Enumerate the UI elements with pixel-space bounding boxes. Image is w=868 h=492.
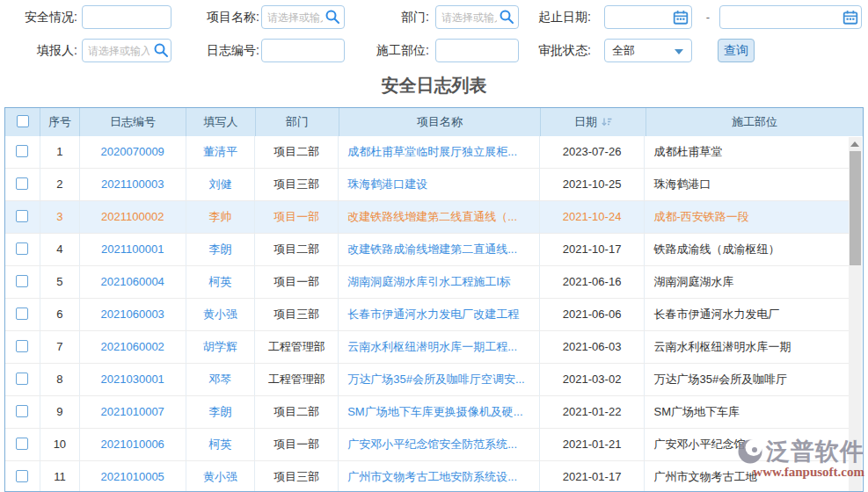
row-index: 2 [40,169,80,200]
project-link[interactable]: 成都杜甫草堂临时展厅独立展柜... [339,136,540,168]
row-checkbox[interactable] [16,275,28,287]
log-code-link[interactable]: 2021010005 [80,461,186,492]
table-body: 1 2020070009 董清平 项目二部 成都杜甫草堂临时展厅独立展柜... … [5,136,850,492]
table-row[interactable]: 7 2021060002 胡学辉 工程管理部 云南水利枢纽潜明水库一期工程...… [5,331,850,364]
row-checkbox[interactable] [16,438,28,450]
table-row[interactable]: 3 2021100002 李帅 项目一部 改建铁路线增建第二线直通线（... 2… [5,201,850,234]
table-header: 序号 日志编号 填写人 部门 项目名称 日期 施工部位 [5,108,863,136]
log-no-input[interactable] [261,39,345,62]
log-code-link[interactable]: 2021030001 [80,364,186,395]
search-icon[interactable] [325,9,340,25]
row-checkbox[interactable] [16,308,28,320]
row-checkbox-cell [5,266,40,298]
row-index: 3 [40,201,80,233]
project-link[interactable]: 长春市伊通河水力发电厂改建工程 [339,299,540,330]
row-index: 1 [40,136,80,168]
date-cell: 2021-10-24 [540,201,646,233]
log-code-link[interactable]: 2021100002 [80,201,186,233]
row-checkbox[interactable] [16,373,28,385]
writer-link[interactable]: 刘健 [186,169,256,200]
date-to-input[interactable] [719,5,862,29]
table-row[interactable]: 11 2021010005 黄小强 项目三部 广州市文物考古工地安防系统设...… [5,461,850,492]
row-checkbox-cell [5,299,40,330]
table-row[interactable]: 4 2021100001 李朗 项目二部 改建铁路成渝线增建第二直通线... 2… [5,234,850,266]
page-title: 安全日志列表 [0,74,868,98]
project-link[interactable]: 珠海鹤港口建设 [339,169,540,200]
log-code-link[interactable]: 2021060003 [80,299,186,330]
header-no: 序号 [40,108,80,136]
writer-link[interactable]: 李帅 [186,201,256,233]
project-link[interactable]: 湖南洞庭湖水库引水工程施工I标 [339,266,540,298]
log-code-link[interactable]: 2021010006 [80,429,186,460]
safety-log-table: 序号 日志编号 填写人 部门 项目名称 日期 施工部位 1 2020070009… [4,107,864,492]
table-row[interactable]: 1 2020070009 董清平 项目二部 成都杜甫草堂临时展厅独立展柜... … [5,136,850,169]
scrollbar-thumb[interactable] [850,151,861,265]
writer-link[interactable]: 李朗 [186,234,256,265]
approval-status-value: 全部 [612,44,635,57]
table-row[interactable]: 5 2021060004 柯英 项目一部 湖南洞庭湖水库引水工程施工I标 202… [5,266,850,299]
search-icon[interactable] [153,42,169,58]
table-row[interactable]: 6 2021060003 黄小强 项目三部 长春市伊通河水力发电厂改建工程 20… [5,299,850,331]
date-cell: 2021-03-02 [540,364,646,395]
row-index: 9 [40,396,80,428]
calendar-icon[interactable] [842,10,858,25]
project-link[interactable]: SM广场地下车库更换摄像机及硬... [339,396,540,428]
vertical-scrollbar[interactable] [849,137,862,491]
writer-link[interactable]: 李朗 [186,396,256,428]
row-checkbox-cell [5,429,40,460]
writer-link[interactable]: 柯英 [186,266,256,298]
row-checkbox[interactable] [16,210,28,222]
row-checkbox[interactable] [16,177,28,190]
header-date-sortable[interactable]: 日期 [541,108,646,136]
scroll-up-arrow-icon[interactable] [850,141,859,147]
writer-link[interactable]: 黄小强 [186,461,256,492]
row-index: 11 [40,461,80,492]
select-all-checkbox[interactable] [17,115,29,127]
log-code-link[interactable]: 2020070009 [80,136,186,168]
approval-status-select[interactable]: 全部 [604,39,692,62]
writer-link[interactable]: 黄小强 [186,299,256,330]
writer-link[interactable]: 邓琴 [186,364,256,395]
table-row[interactable]: 10 2021010006 柯英 项目一部 广安邓小平纪念馆安全防范系统... … [5,429,850,461]
writer-link[interactable]: 胡学辉 [186,331,256,363]
row-checkbox[interactable] [16,242,28,255]
calendar-icon[interactable] [673,10,689,25]
table-row[interactable]: 8 2021030001 邓琴 工程管理部 万达广场35#会所及咖啡厅空调安..… [5,364,850,396]
writer-link[interactable]: 柯英 [186,429,256,460]
log-code-link[interactable]: 2021060002 [80,331,186,363]
row-index: 5 [40,266,80,298]
project-link[interactable]: 改建铁路成渝线增建第二直通线... [339,234,540,265]
header-checkbox-cell [5,108,40,136]
part-cell: 广州市文物考古工地 [645,461,850,492]
dept-cell: 项目一部 [255,201,339,233]
project-link[interactable]: 改建铁路线增建第二线直通线（... [339,201,540,233]
project-link[interactable]: 广州市文物考古工地安防系统设... [339,461,540,492]
table-row[interactable]: 2 2021100003 刘健 项目三部 珠海鹤港口建设 2021-10-25 … [5,169,850,201]
row-checkbox-cell [5,396,40,428]
writer-link[interactable]: 董清平 [186,136,256,168]
query-button[interactable]: 查询 [718,39,755,62]
construction-label: 施工部位: [347,39,429,62]
table-row[interactable]: 9 2021010007 李朗 项目二部 SM广场地下车库更换摄像机及硬... … [5,396,850,429]
row-checkbox[interactable] [16,470,28,482]
log-code-link[interactable]: 2021100003 [80,169,186,200]
part-cell: 长春市伊通河水力发电厂 [645,299,850,330]
part-cell: 珠海鹤港口 [645,169,850,200]
log-code-link[interactable]: 2021100001 [80,234,186,265]
project-link[interactable]: 万达广场35#会所及咖啡厅空调安... [339,364,540,395]
log-code-link[interactable]: 2021010007 [80,396,186,428]
dept-cell: 项目二部 [255,136,339,168]
log-code-link[interactable]: 2021060004 [80,266,186,298]
chevron-down-icon [675,49,683,54]
dept-cell: 项目三部 [255,299,339,330]
row-index: 8 [40,364,80,395]
safety-input[interactable] [82,5,171,29]
project-link[interactable]: 云南水利枢纽潜明水库一期工程... [339,331,540,363]
row-checkbox-cell [5,331,40,363]
row-checkbox[interactable] [16,405,28,417]
part-cell: 成都-西安铁路一段 [645,201,850,233]
project-link[interactable]: 广安邓小平纪念馆安全防范系统... [339,429,540,460]
header-date-label: 日期 [574,115,597,128]
row-checkbox[interactable] [16,145,28,157]
row-checkbox[interactable] [16,340,28,352]
